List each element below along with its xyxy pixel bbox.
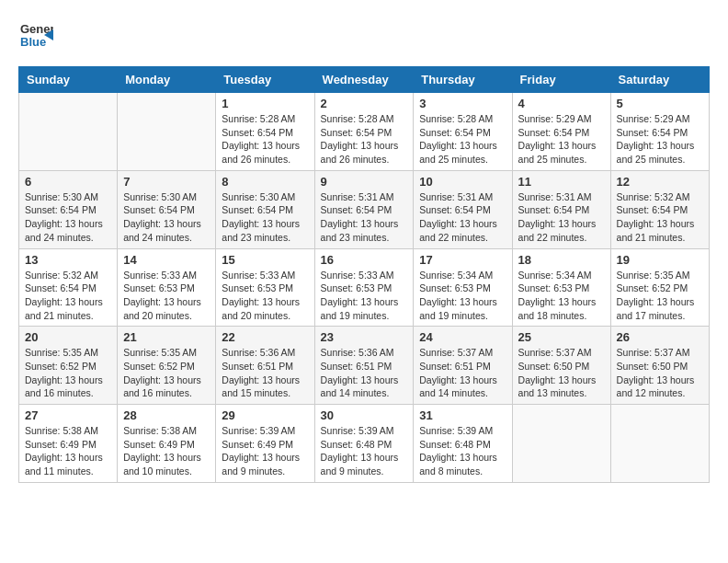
day-info: Sunrise: 5:34 AM Sunset: 6:53 PM Dayligh…: [518, 269, 605, 323]
day-info: Sunrise: 5:38 AM Sunset: 6:49 PM Dayligh…: [123, 424, 210, 478]
day-number: 4: [518, 97, 605, 110]
day-number: 2: [321, 97, 408, 110]
calendar-week-row: 27Sunrise: 5:38 AM Sunset: 6:49 PM Dayli…: [19, 405, 710, 483]
day-number: 30: [321, 408, 408, 422]
day-info: Sunrise: 5:28 AM Sunset: 6:54 PM Dayligh…: [222, 112, 308, 167]
day-number: 23: [321, 330, 408, 344]
calendar-cell: 13Sunrise: 5:32 AM Sunset: 6:54 PM Dayli…: [19, 248, 118, 327]
calendar-week-row: 1Sunrise: 5:28 AM Sunset: 6:54 PM Daylig…: [19, 93, 710, 171]
calendar-week-row: 20Sunrise: 5:35 AM Sunset: 6:52 PM Dayli…: [19, 327, 710, 405]
calendar-cell: 3Sunrise: 5:28 AM Sunset: 6:54 PM Daylig…: [414, 93, 512, 171]
column-header-saturday: Saturday: [610, 67, 709, 93]
svg-text:Blue: Blue: [20, 35, 46, 49]
calendar-cell: 26Sunrise: 5:37 AM Sunset: 6:50 PM Dayli…: [610, 327, 709, 405]
calendar-cell: 21Sunrise: 5:35 AM Sunset: 6:52 PM Dayli…: [118, 327, 216, 405]
day-info: Sunrise: 5:29 AM Sunset: 6:54 PM Dayligh…: [617, 112, 703, 167]
day-info: Sunrise: 5:28 AM Sunset: 6:54 PM Dayligh…: [321, 112, 408, 167]
logo-icon: General Blue: [18, 18, 53, 53]
calendar-cell: 8Sunrise: 5:30 AM Sunset: 6:54 PM Daylig…: [216, 170, 314, 248]
calendar-cell: 22Sunrise: 5:36 AM Sunset: 6:51 PM Dayli…: [216, 327, 314, 405]
calendar-cell: 20Sunrise: 5:35 AM Sunset: 6:52 PM Dayli…: [19, 327, 118, 405]
calendar-cell: 4Sunrise: 5:29 AM Sunset: 6:54 PM Daylig…: [512, 93, 610, 171]
calendar-header-row: SundayMondayTuesdayWednesdayThursdayFrid…: [19, 67, 710, 93]
day-info: Sunrise: 5:37 AM Sunset: 6:50 PM Dayligh…: [617, 346, 703, 400]
column-header-thursday: Thursday: [414, 67, 512, 93]
calendar-cell: 6Sunrise: 5:30 AM Sunset: 6:54 PM Daylig…: [19, 170, 118, 248]
calendar-cell: 19Sunrise: 5:35 AM Sunset: 6:52 PM Dayli…: [610, 248, 709, 327]
calendar-cell: [19, 93, 118, 171]
day-number: 13: [25, 253, 111, 267]
day-info: Sunrise: 5:38 AM Sunset: 6:49 PM Dayligh…: [25, 424, 111, 478]
day-number: 10: [419, 175, 506, 189]
calendar-cell: 27Sunrise: 5:38 AM Sunset: 6:49 PM Dayli…: [19, 405, 118, 483]
day-info: Sunrise: 5:31 AM Sunset: 6:54 PM Dayligh…: [419, 190, 506, 245]
day-info: Sunrise: 5:35 AM Sunset: 6:52 PM Dayligh…: [123, 346, 210, 400]
calendar-cell: 18Sunrise: 5:34 AM Sunset: 6:53 PM Dayli…: [512, 248, 610, 327]
day-info: Sunrise: 5:36 AM Sunset: 6:51 PM Dayligh…: [321, 346, 408, 400]
day-number: 25: [518, 330, 605, 344]
day-info: Sunrise: 5:35 AM Sunset: 6:52 PM Dayligh…: [25, 346, 111, 400]
day-number: 24: [419, 330, 506, 344]
day-info: Sunrise: 5:33 AM Sunset: 6:53 PM Dayligh…: [123, 269, 210, 323]
day-number: 7: [123, 175, 210, 189]
day-info: Sunrise: 5:32 AM Sunset: 6:54 PM Dayligh…: [25, 269, 111, 323]
day-info: Sunrise: 5:37 AM Sunset: 6:51 PM Dayligh…: [419, 346, 506, 400]
day-info: Sunrise: 5:33 AM Sunset: 6:53 PM Dayligh…: [222, 269, 308, 323]
calendar-cell: 23Sunrise: 5:36 AM Sunset: 6:51 PM Dayli…: [314, 327, 414, 405]
day-number: 28: [123, 408, 210, 422]
day-number: 1: [222, 97, 308, 110]
day-number: 22: [222, 330, 308, 344]
day-number: 27: [25, 408, 111, 422]
day-info: Sunrise: 5:28 AM Sunset: 6:54 PM Dayligh…: [419, 112, 506, 167]
calendar-table: SundayMondayTuesdayWednesdayThursdayFrid…: [18, 66, 710, 483]
day-info: Sunrise: 5:36 AM Sunset: 6:51 PM Dayligh…: [222, 346, 308, 400]
calendar-cell: 1Sunrise: 5:28 AM Sunset: 6:54 PM Daylig…: [216, 93, 314, 171]
calendar-cell: 17Sunrise: 5:34 AM Sunset: 6:53 PM Dayli…: [414, 248, 512, 327]
day-number: 12: [617, 175, 703, 189]
day-info: Sunrise: 5:31 AM Sunset: 6:54 PM Dayligh…: [321, 190, 408, 245]
calendar-week-row: 6Sunrise: 5:30 AM Sunset: 6:54 PM Daylig…: [19, 170, 710, 248]
calendar-cell: 12Sunrise: 5:32 AM Sunset: 6:54 PM Dayli…: [610, 170, 709, 248]
calendar-cell: 10Sunrise: 5:31 AM Sunset: 6:54 PM Dayli…: [414, 170, 512, 248]
day-number: 26: [617, 330, 703, 344]
day-number: 9: [321, 175, 408, 189]
column-header-wednesday: Wednesday: [314, 67, 414, 93]
day-info: Sunrise: 5:32 AM Sunset: 6:54 PM Dayligh…: [617, 190, 703, 245]
day-number: 5: [617, 97, 703, 110]
day-number: 20: [25, 330, 111, 344]
calendar-cell: 31Sunrise: 5:39 AM Sunset: 6:48 PM Dayli…: [414, 405, 512, 483]
calendar-cell: 9Sunrise: 5:31 AM Sunset: 6:54 PM Daylig…: [314, 170, 414, 248]
calendar-cell: [512, 405, 610, 483]
calendar-cell: 24Sunrise: 5:37 AM Sunset: 6:51 PM Dayli…: [414, 327, 512, 405]
day-number: 18: [518, 253, 605, 267]
day-number: 6: [25, 175, 111, 189]
calendar-cell: 14Sunrise: 5:33 AM Sunset: 6:53 PM Dayli…: [118, 248, 216, 327]
day-info: Sunrise: 5:34 AM Sunset: 6:53 PM Dayligh…: [419, 269, 506, 323]
calendar-week-row: 13Sunrise: 5:32 AM Sunset: 6:54 PM Dayli…: [19, 248, 710, 327]
day-number: 15: [222, 253, 308, 267]
calendar-cell: 11Sunrise: 5:31 AM Sunset: 6:54 PM Dayli…: [512, 170, 610, 248]
day-info: Sunrise: 5:39 AM Sunset: 6:49 PM Dayligh…: [222, 424, 308, 478]
day-info: Sunrise: 5:30 AM Sunset: 6:54 PM Dayligh…: [222, 190, 308, 245]
day-number: 3: [419, 97, 506, 110]
calendar-cell: 29Sunrise: 5:39 AM Sunset: 6:49 PM Dayli…: [216, 405, 314, 483]
day-number: 21: [123, 330, 210, 344]
day-info: Sunrise: 5:35 AM Sunset: 6:52 PM Dayligh…: [617, 269, 703, 323]
calendar-cell: 15Sunrise: 5:33 AM Sunset: 6:53 PM Dayli…: [216, 248, 314, 327]
day-info: Sunrise: 5:30 AM Sunset: 6:54 PM Dayligh…: [123, 190, 210, 245]
day-info: Sunrise: 5:30 AM Sunset: 6:54 PM Dayligh…: [25, 190, 111, 245]
calendar-cell: 30Sunrise: 5:39 AM Sunset: 6:48 PM Dayli…: [314, 405, 414, 483]
day-info: Sunrise: 5:39 AM Sunset: 6:48 PM Dayligh…: [321, 424, 408, 478]
day-number: 8: [222, 175, 308, 189]
calendar-cell: 28Sunrise: 5:38 AM Sunset: 6:49 PM Dayli…: [118, 405, 216, 483]
column-header-tuesday: Tuesday: [216, 67, 314, 93]
page-header: General Blue: [18, 18, 710, 57]
day-number: 31: [419, 408, 506, 422]
day-number: 19: [617, 253, 703, 267]
day-info: Sunrise: 5:37 AM Sunset: 6:50 PM Dayligh…: [518, 346, 605, 400]
logo: General Blue: [18, 18, 53, 57]
day-number: 14: [123, 253, 210, 267]
calendar-cell: 7Sunrise: 5:30 AM Sunset: 6:54 PM Daylig…: [118, 170, 216, 248]
calendar-cell: 16Sunrise: 5:33 AM Sunset: 6:53 PM Dayli…: [314, 248, 414, 327]
calendar-cell: 2Sunrise: 5:28 AM Sunset: 6:54 PM Daylig…: [314, 93, 414, 171]
